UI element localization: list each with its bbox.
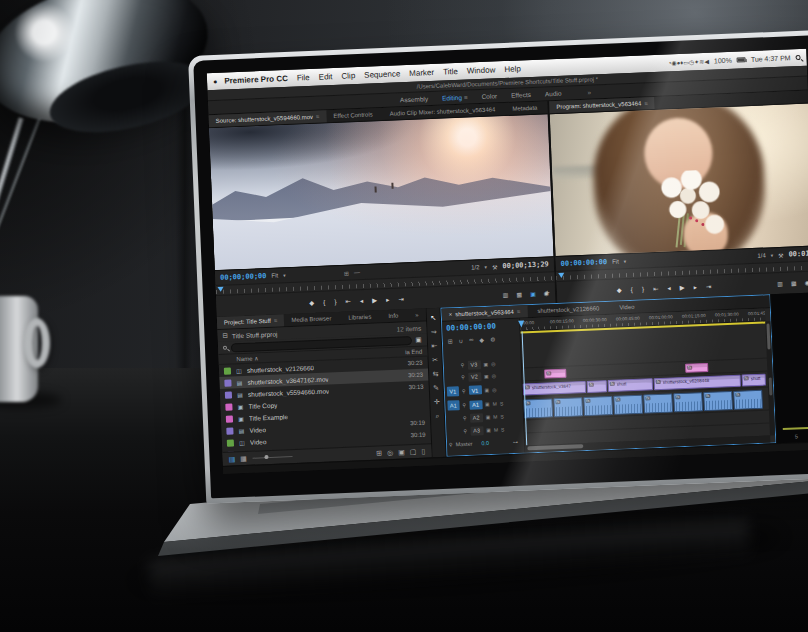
label-color-swatch[interactable]: [225, 403, 232, 410]
overwrite-button[interactable]: ▦: [516, 291, 522, 298]
lock-icon[interactable]: ⚲: [461, 374, 465, 380]
clip-name[interactable]: Title Example: [249, 413, 288, 422]
menu-item[interactable]: Window: [467, 65, 496, 75]
fit-dropdown[interactable]: Fit: [271, 272, 278, 278]
audio-clip[interactable]: fx: [643, 393, 673, 413]
add-marker-button[interactable]: ◆: [309, 299, 314, 307]
workspace-tab[interactable]: Assembly: [400, 95, 428, 103]
icon-view-icon[interactable]: ▦: [240, 454, 247, 462]
mute-button[interactable]: M: [494, 427, 498, 433]
source-patch[interactable]: V1: [447, 386, 459, 396]
track-target-toggle[interactable]: A1: [469, 400, 482, 410]
clip-name[interactable]: shutterstock_v2126660: [247, 364, 314, 374]
step-back-button[interactable]: ◂: [360, 297, 364, 305]
video-clip[interactable]: fx: [586, 380, 606, 393]
solo-button[interactable]: S: [501, 426, 505, 432]
go-to-in-button[interactable]: ⇤: [345, 297, 351, 305]
selection-tool[interactable]: ↖: [430, 314, 436, 322]
sync-lock-icon[interactable]: ▣: [486, 427, 491, 433]
menu-item[interactable]: Edit: [319, 72, 333, 82]
menu-item[interactable]: Help: [504, 64, 521, 74]
find-icon[interactable]: ◎: [387, 448, 393, 456]
track-visibility-icon[interactable]: ◎: [492, 386, 497, 392]
lift-button[interactable]: ▥: [777, 280, 783, 287]
panel-tab[interactable]: Effect Controls: [326, 108, 383, 122]
new-bin-icon[interactable]: ▣: [398, 448, 405, 456]
step-back-button[interactable]: ◂: [667, 284, 671, 292]
timeline-tracks-area[interactable]: 00:0000:00:15:0000:00:30:0000:00:45:0000…: [520, 308, 775, 452]
audio-clip[interactable]: fx: [523, 398, 553, 418]
workspace-tab[interactable]: Editing ≡: [442, 94, 468, 102]
source-patch[interactable]: [448, 426, 460, 436]
solo-button[interactable]: S: [500, 413, 504, 419]
menu-item[interactable]: Clip: [341, 71, 355, 81]
source-playhead[interactable]: [217, 287, 223, 292]
extract-button[interactable]: ▦: [791, 279, 797, 286]
title-clip[interactable]: fx: [544, 369, 566, 379]
lock-icon[interactable]: ⚲: [463, 428, 467, 434]
solo-button[interactable]: S: [500, 400, 504, 406]
mark-in-button[interactable]: {: [631, 286, 633, 293]
label-color-swatch[interactable]: [227, 439, 234, 446]
video-clip[interactable]: fxshutterstock_v6208448: [653, 375, 740, 391]
timeline-tab[interactable]: Video: [609, 300, 645, 313]
mute-button[interactable]: M: [493, 414, 497, 420]
sync-lock-icon[interactable]: ▣: [484, 386, 489, 392]
insert-button[interactable]: ▥: [503, 291, 509, 298]
go-to-out-button[interactable]: ⇥: [706, 282, 712, 290]
razor-tool[interactable]: ✂: [432, 356, 438, 364]
panel-tab[interactable]: Metadata: [505, 101, 547, 115]
zoom-tool[interactable]: ⌕: [435, 412, 439, 420]
menu-item[interactable]: Marker: [409, 68, 434, 78]
export-frame-button[interactable]: ◉: [804, 279, 808, 286]
safe-margins-icon[interactable]: ⊞: [344, 269, 349, 276]
track-target-toggle[interactable]: A3: [470, 426, 483, 436]
workspace-tab[interactable]: Audio: [545, 90, 562, 98]
menu-item[interactable]: File: [297, 73, 310, 83]
play-button[interactable]: ▶: [680, 283, 685, 291]
apple-menu-icon[interactable]: ●: [213, 78, 218, 85]
panel-overflow-icon[interactable]: »: [408, 308, 426, 321]
settings-wrench-icon[interactable]: ⚒: [778, 251, 784, 258]
column-media-end[interactable]: ia End: [405, 348, 422, 355]
source-patch[interactable]: [448, 413, 460, 423]
source-patch[interactable]: [446, 372, 458, 382]
source-patch[interactable]: A1: [447, 400, 459, 410]
go-to-in-button[interactable]: ⇤: [653, 284, 659, 292]
video-clip[interactable]: fxshutterstock_v3647: [523, 381, 586, 396]
track-select-forward-tool[interactable]: ⇒: [431, 328, 437, 336]
button-editor-icon[interactable]: +: [545, 288, 550, 297]
workspace-tab[interactable]: Color: [481, 92, 497, 100]
sync-lock-icon[interactable]: ▣: [485, 414, 490, 420]
label-color-swatch[interactable]: [225, 391, 232, 398]
master-level-value[interactable]: 0.0: [481, 440, 489, 446]
workspace-overflow-icon[interactable]: »: [587, 89, 591, 96]
menu-bar-clock[interactable]: Tue 4:37 PM: [751, 54, 791, 63]
panel-tab[interactable]: Media Browser: [284, 312, 341, 326]
add-marker-button[interactable]: ◆: [617, 286, 622, 294]
volume-icon[interactable]: ◀: [704, 59, 709, 65]
clip-name[interactable]: Video: [249, 426, 266, 434]
timeline-settings-icon[interactable]: ⚙: [490, 335, 496, 342]
pen-tool[interactable]: ✎: [433, 384, 439, 392]
title-clip[interactable]: fx: [685, 363, 708, 373]
fit-dropdown[interactable]: Fit: [612, 259, 619, 265]
track-target-toggle[interactable]: A2: [469, 413, 482, 423]
lock-icon[interactable]: ⚲: [462, 387, 466, 393]
bin-name[interactable]: Title Stuff.prproj: [232, 330, 278, 339]
lock-icon[interactable]: ⚲: [462, 402, 466, 408]
filter-bin-icon[interactable]: ▣: [415, 336, 421, 344]
audio-clip[interactable]: fx: [613, 395, 643, 415]
playback-resolution-dropdown[interactable]: 1/4: [757, 252, 766, 258]
audio-clip[interactable]: fx: [583, 396, 613, 416]
lock-icon[interactable]: ⚲: [449, 441, 453, 447]
snap-icon[interactable]: ∪: [459, 336, 464, 343]
clip-name[interactable]: Title Copy: [248, 401, 277, 409]
lock-icon[interactable]: ⚲: [461, 362, 465, 368]
slip-tool[interactable]: ⇆: [432, 370, 438, 378]
hand-tool[interactable]: ✛: [434, 398, 440, 406]
add-marker-icon[interactable]: ◆: [479, 336, 484, 343]
track-target-toggle[interactable]: V3: [467, 360, 480, 370]
menu-item[interactable]: Sequence: [364, 69, 400, 79]
clear-icon[interactable]: ▯: [421, 447, 425, 455]
